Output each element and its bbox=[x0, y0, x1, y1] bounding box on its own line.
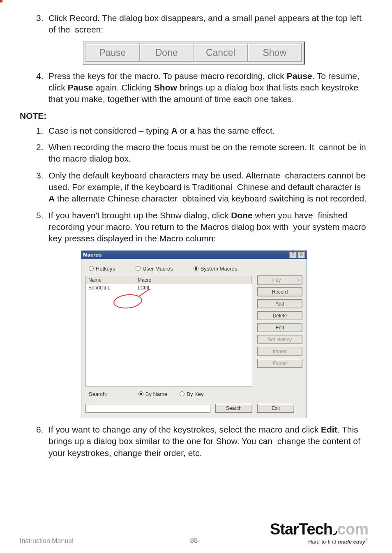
note-3-t1: Only the default keyboard characters may… bbox=[48, 171, 366, 192]
main-steps: 3. Click Record. The dialog box disappea… bbox=[20, 12, 368, 36]
col-header-macro[interactable]: Macro bbox=[135, 276, 252, 284]
cell-macro: LCtrlL bbox=[135, 284, 252, 292]
delete-button[interactable]: Delete bbox=[257, 311, 302, 320]
logo-text: StarTechcom bbox=[270, 521, 368, 537]
step-4-t1: Press the keys for the macro. To pause m… bbox=[48, 71, 287, 81]
logo-hook-icon bbox=[333, 531, 337, 535]
search-row: Search: By Name By Key bbox=[85, 387, 252, 400]
close-icon[interactable]: X bbox=[297, 252, 305, 258]
note-list: 1. Case is not considered – typing A or … bbox=[20, 125, 368, 205]
note-3: 3. Only the default keyboard characters … bbox=[20, 170, 368, 205]
play-label: Play bbox=[258, 277, 295, 283]
note-3-t2: the alternate Chinese character obtained… bbox=[55, 194, 367, 203]
note-1: 1. Case is not considered – typing A or … bbox=[20, 125, 368, 137]
show-button[interactable]: Show bbox=[248, 44, 302, 62]
step-3: 3. Click Record. The dialog box disappea… bbox=[20, 12, 368, 36]
table-row[interactable]: SendCtrlL LCtrlL bbox=[86, 284, 252, 292]
radio-byname-label: By Name bbox=[145, 391, 167, 397]
exit-col: Exit bbox=[257, 404, 302, 413]
cell-name: SendCtrlL bbox=[86, 284, 135, 292]
radio-bykey-label: By Key bbox=[187, 391, 203, 397]
macro-grid: Name Macro SendCtrlL LCtrlL bbox=[85, 276, 252, 387]
step-5-t1: If you haven't brought up the Show dialo… bbox=[48, 211, 231, 220]
radio-system-macros[interactable]: System Macros bbox=[194, 266, 238, 272]
export-button[interactable]: Export bbox=[257, 359, 302, 368]
note-1-b2: a bbox=[190, 126, 195, 135]
note-label: NOTE: bbox=[20, 111, 368, 121]
main-steps-cont: 4. Press the keys for the macro. To paus… bbox=[20, 70, 368, 105]
note-2-text: When recording the macro the focus must … bbox=[48, 142, 366, 163]
search-bottom-row: Search Exit bbox=[81, 404, 307, 418]
cancel-button[interactable]: Cancel bbox=[194, 44, 248, 62]
search-input[interactable] bbox=[85, 404, 210, 413]
dialog-left: Hotkeys User Macros System Macros Name M… bbox=[85, 263, 252, 400]
note-1-t3: has the same effect. bbox=[195, 126, 275, 135]
radio-dot-icon bbox=[89, 266, 94, 271]
pin-icon[interactable]: T bbox=[289, 252, 297, 258]
step-5-num: 5. bbox=[36, 210, 44, 221]
pause-button[interactable]: Pause bbox=[85, 44, 140, 62]
step-4-b2: Pause bbox=[68, 83, 93, 92]
accent-bar bbox=[0, 0, 2, 2]
main-steps-5: 5. If you haven't brought up the Show di… bbox=[20, 210, 368, 245]
step-4-b1: Pause bbox=[287, 71, 312, 81]
step-4: 4. Press the keys for the macro. To paus… bbox=[20, 70, 368, 105]
radio-hotkeys[interactable]: Hotkeys bbox=[89, 266, 115, 272]
radio-dot-filled-icon bbox=[194, 266, 198, 271]
radio-by-key[interactable]: By Key bbox=[180, 391, 203, 397]
step-6-num: 6. bbox=[36, 424, 44, 435]
note-2-num: 2. bbox=[36, 141, 44, 153]
step-4-num: 4. bbox=[36, 70, 44, 82]
page-number: 88 bbox=[20, 537, 368, 545]
step-6-b1: Edit bbox=[321, 425, 337, 434]
set-hotkey-button[interactable]: Set Hotkey bbox=[257, 335, 302, 344]
record-button[interactable]: Record bbox=[257, 287, 302, 296]
recording-panel-inner: Pause Done Cancel Show bbox=[85, 44, 302, 62]
dialog-titlebar: Macros T X bbox=[81, 251, 307, 259]
main-steps-6: 6. If you want to change any of the keys… bbox=[20, 424, 368, 459]
note-3-b1: A bbox=[48, 194, 55, 203]
exit-button[interactable]: Exit bbox=[257, 404, 294, 413]
radio-hotkeys-label: Hotkeys bbox=[96, 266, 115, 272]
search-button[interactable]: Search bbox=[215, 404, 252, 413]
chevron-right-icon: > bbox=[295, 277, 302, 283]
step-4-b3: Show bbox=[154, 83, 177, 92]
radio-by-name[interactable]: By Name bbox=[138, 391, 167, 397]
footer: 88 Instruction Manual StarTechcom Hard-t… bbox=[20, 521, 368, 545]
search-radios: By Name By Key bbox=[138, 391, 204, 397]
logo-black: StarTech bbox=[270, 521, 332, 538]
step-6-t1: If you want to change any of the keystro… bbox=[48, 425, 321, 434]
note-2: 2. When recording the macro the focus mu… bbox=[20, 141, 368, 165]
play-button[interactable]: Play > bbox=[257, 275, 302, 285]
dialog-body: Hotkeys User Macros System Macros Name M… bbox=[81, 259, 307, 404]
note-1-t2: or bbox=[178, 126, 190, 135]
add-button[interactable]: Add bbox=[257, 299, 302, 308]
step-5: 5. If you haven't brought up the Show di… bbox=[20, 210, 368, 245]
step-3-num: 3. bbox=[36, 12, 44, 24]
note-1-b1: A bbox=[171, 126, 178, 135]
dialog-title: Macros bbox=[83, 252, 288, 258]
radio-dot-filled-icon bbox=[138, 391, 143, 396]
step-5-b1: Done bbox=[231, 211, 253, 220]
done-button[interactable]: Done bbox=[140, 44, 194, 62]
note-3-num: 3. bbox=[36, 170, 44, 181]
logo-grey: com bbox=[337, 521, 368, 538]
edit-button[interactable]: Edit bbox=[257, 323, 302, 332]
radio-dot-icon bbox=[180, 391, 184, 396]
step-6: 6. If you want to change any of the keys… bbox=[20, 424, 368, 459]
grid-header: Name Macro bbox=[85, 276, 252, 284]
radio-system-label: System Macros bbox=[201, 266, 238, 272]
grid-body[interactable]: SendCtrlL LCtrlL bbox=[85, 284, 252, 387]
step-4-t3: again. Clicking bbox=[93, 83, 154, 92]
note-1-num: 1. bbox=[36, 125, 44, 137]
radio-user-label: User Macros bbox=[143, 266, 173, 272]
import-button[interactable]: Import bbox=[257, 347, 302, 356]
macros-dialog: Macros T X Hotkeys User Macros System Ma… bbox=[81, 250, 307, 418]
radio-user-macros[interactable]: User Macros bbox=[136, 266, 173, 272]
note-1-t1: Case is not considered – typing bbox=[48, 126, 171, 135]
recording-panel: Pause Done Cancel Show bbox=[83, 42, 305, 65]
macro-type-radios: Hotkeys User Macros System Macros bbox=[85, 263, 252, 276]
col-header-name[interactable]: Name bbox=[86, 276, 135, 284]
dialog-buttons: Play > Record Add Delete Edit Set Hotkey… bbox=[257, 263, 302, 400]
radio-dot-icon bbox=[136, 266, 141, 271]
